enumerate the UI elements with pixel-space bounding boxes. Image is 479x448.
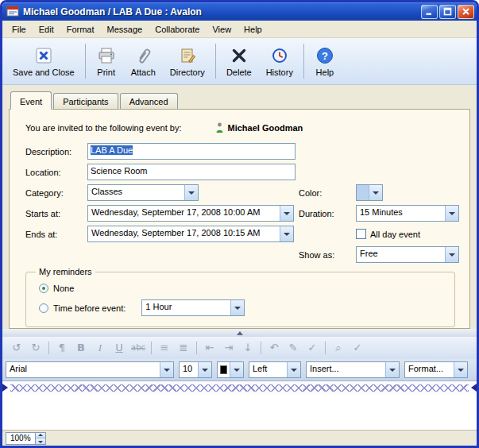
align-justify-icon[interactable]: ≣: [175, 340, 192, 356]
directory-button[interactable]: Directory: [163, 40, 212, 83]
approve-icon[interactable]: ✓: [303, 340, 321, 356]
tab-strip: Event Participants Advanced: [2, 85, 477, 109]
color-select[interactable]: [356, 184, 383, 201]
paragraph-icon[interactable]: ¶: [53, 340, 71, 356]
tool-label: Save and Close: [13, 68, 75, 77]
rotate-right-icon[interactable]: ↻: [27, 340, 44, 356]
font-size-value: 10: [180, 362, 198, 377]
align-left-icon[interactable]: ≡: [156, 340, 173, 356]
strikethrough-icon[interactable]: abc: [129, 340, 147, 356]
annotate-icon[interactable]: ✎: [284, 340, 302, 356]
event-window: Michael Goodman / LAB A Due : Avalon Fil…: [0, 0, 479, 448]
font-family-select[interactable]: Arial: [6, 361, 174, 378]
event-form-panel: You are invited to the following event b…: [9, 109, 470, 329]
history-icon: [269, 45, 290, 66]
format-combo-bar: Arial 10 Left Insert... Format...: [2, 359, 477, 380]
chevron-down-icon: [280, 226, 293, 241]
menu-help[interactable]: Help: [238, 22, 268, 37]
insert-down-icon[interactable]: ↓: [239, 340, 257, 356]
menu-bar: File Edit Format Message Collaborate Vie…: [2, 21, 477, 38]
zoom-down-icon[interactable]: [36, 438, 45, 444]
description-label: Description:: [25, 147, 87, 156]
reminder-none-radio[interactable]: [39, 284, 48, 293]
chevron-down-icon: [230, 362, 243, 377]
print-button[interactable]: Print: [89, 40, 124, 83]
font-color-select[interactable]: [217, 361, 244, 378]
toolbar-separator: [85, 44, 86, 79]
outdent-icon[interactable]: ⇤: [201, 340, 218, 356]
tab-event[interactable]: Event: [10, 91, 52, 110]
undo-icon[interactable]: ↶: [265, 340, 283, 356]
menu-view[interactable]: View: [206, 22, 238, 37]
category-row: Category: Classes Color:: [25, 184, 460, 201]
chevron-down-icon: [184, 185, 198, 200]
minimize-button[interactable]: [421, 5, 438, 19]
description-input[interactable]: LAB A Due: [87, 143, 296, 160]
save-and-close-button[interactable]: Save and Close: [6, 40, 82, 83]
indent-icon[interactable]: ⇥: [220, 340, 238, 356]
duration-select[interactable]: 15 Minutes: [356, 205, 459, 222]
menu-file[interactable]: File: [6, 22, 33, 37]
menu-message[interactable]: Message: [101, 22, 149, 37]
splitter-handle[interactable]: [2, 329, 477, 337]
delete-button[interactable]: Delete: [219, 40, 259, 83]
reminder-none-label: None: [53, 284, 74, 293]
maximize-button[interactable]: [439, 5, 456, 19]
format-separator: [325, 342, 326, 354]
history-button[interactable]: History: [259, 40, 300, 83]
save-close-icon: [33, 45, 54, 66]
ruler-right-marker[interactable]: [471, 384, 477, 392]
description-row: Description: LAB A Due: [25, 143, 460, 160]
help-icon: ?: [315, 45, 335, 66]
close-button[interactable]: [458, 5, 474, 19]
find-icon[interactable]: ⌕: [330, 340, 347, 356]
message-body[interactable]: [2, 394, 477, 430]
location-input[interactable]: Science Room: [87, 164, 296, 180]
align-select[interactable]: Left: [249, 361, 301, 378]
menu-edit[interactable]: Edit: [33, 22, 60, 37]
app-icon: [6, 5, 19, 19]
font-size-select[interactable]: 10: [179, 361, 212, 378]
bold-icon[interactable]: B: [72, 340, 90, 356]
all-day-checkbox[interactable]: [356, 229, 366, 239]
title-bar[interactable]: Michael Goodman / LAB A Due : Avalon: [2, 2, 477, 21]
ruler-ticks: [10, 384, 469, 392]
zoom-spinner[interactable]: [35, 433, 45, 444]
chevron-down-icon: [385, 362, 399, 377]
tab-advanced[interactable]: Advanced: [120, 93, 178, 109]
print-icon: [96, 45, 117, 66]
reminder-time-select[interactable]: 1 Hour: [141, 299, 245, 316]
window-title: Michael Goodman / LAB A Due : Avalon: [23, 6, 417, 17]
category-select[interactable]: Classes: [87, 184, 199, 201]
reminder-time-radio[interactable]: [39, 303, 48, 313]
starts-select[interactable]: Wednesday, September 17, 2008 10:00 AM: [87, 205, 294, 222]
align-value: Left: [249, 362, 287, 377]
chevron-down-icon: [454, 362, 467, 377]
format-select[interactable]: Format...: [404, 361, 468, 378]
ruler-left-marker[interactable]: [2, 384, 8, 392]
help-button[interactable]: ? Help: [307, 40, 342, 83]
starts-value: Wednesday, September 17, 2008 10:00 AM: [88, 206, 280, 221]
reminder-none-row: None: [39, 278, 448, 298]
rotate-left-icon[interactable]: ↺: [8, 340, 25, 356]
menu-format[interactable]: Format: [60, 22, 101, 37]
show-as-label: Show as:: [299, 250, 356, 260]
show-as-select[interactable]: Free: [356, 246, 459, 263]
directory-icon: [177, 45, 198, 66]
spellcheck-icon[interactable]: ✓: [349, 340, 366, 356]
zoom-control[interactable]: 100%: [6, 432, 46, 445]
my-reminders-legend: My reminders: [36, 267, 95, 276]
starts-row: Starts at: Wednesday, September 17, 2008…: [25, 205, 460, 222]
reminder-time-row: Time before event: 1 Hour: [39, 298, 448, 318]
reminder-time-label: Time before event:: [53, 303, 126, 313]
italic-icon[interactable]: I: [91, 340, 109, 356]
format-toolbar: ↺ ↻ ¶ B I U abc ≡ ≣ ⇤ ⇥ ↓ ↶ ✎ ✓ ⌕ ✓: [2, 337, 477, 359]
attach-button[interactable]: Attach: [124, 40, 163, 83]
color-swatch: [357, 185, 369, 200]
tab-participants[interactable]: Participants: [53, 93, 118, 109]
ends-select[interactable]: Wednesday, September 17, 2008 10:15 AM: [87, 226, 294, 242]
underline-icon[interactable]: U: [110, 340, 128, 356]
show-as-value: Free: [357, 247, 445, 262]
insert-select[interactable]: Insert...: [306, 361, 400, 378]
menu-collaborate[interactable]: Collaborate: [149, 22, 206, 37]
